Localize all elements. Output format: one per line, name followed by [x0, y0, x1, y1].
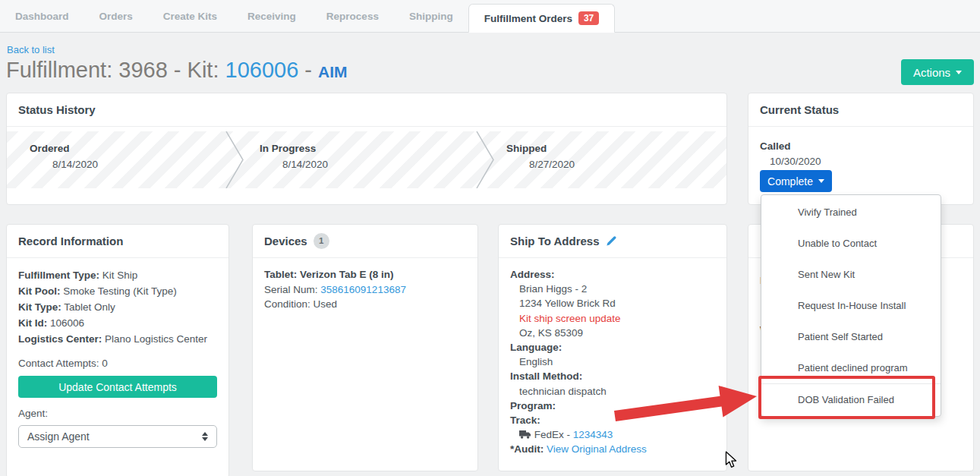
address-line-alert: Kit ship screen update — [510, 311, 715, 326]
menu-item-vivify-trained[interactable]: Vivify Trained — [761, 197, 941, 228]
complete-button-label: Complete — [767, 175, 813, 188]
actions-button-label: Actions — [913, 66, 950, 79]
caret-down-icon — [818, 179, 824, 183]
view-original-address-link[interactable]: View Original Address — [547, 443, 647, 455]
status-step-label: In Progress — [260, 143, 316, 154]
tab-shipping[interactable]: Shipping — [394, 11, 468, 22]
device-condition: Condition: Used — [264, 297, 466, 312]
address-label: Address: — [510, 269, 555, 280]
program-label: Program: — [510, 400, 556, 411]
back-to-list-link[interactable]: Back to list — [7, 44, 55, 55]
tab-dashboard[interactable]: Dashboard — [0, 11, 84, 22]
devices-body: Tablet: Verizon Tab E (8 in) Serial Num:… — [253, 258, 477, 321]
field-value: Plano Logistics Center — [105, 333, 207, 345]
audit-label: *Audit: — [510, 443, 544, 455]
record-information-panel: Record Information Fulfillment Type: Kit… — [6, 224, 229, 476]
record-field: Kit Pool: Smoke Testing (Kit Type) — [18, 283, 217, 299]
status-progress-band: Ordered 8/14/2020 In Progress 8/14/2020 … — [7, 131, 726, 188]
tab-create-kits[interactable]: Create Kits — [148, 11, 232, 22]
devices-header: Devices 1 — [253, 225, 477, 258]
current-status-panel: Current Status Called 10/30/2020 Complet… — [748, 93, 974, 205]
device-name: Tablet: Verizon Tab E (8 in) — [264, 269, 394, 280]
record-field: Kit Id: 106006 — [18, 315, 217, 331]
status-step-ordered: Ordered 8/14/2020 — [30, 143, 98, 170]
menu-item-unable-to-contact[interactable]: Unable to Contact — [761, 228, 941, 259]
caret-down-icon — [956, 71, 962, 74]
devices-panel: Devices 1 Tablet: Verizon Tab E (8 in) S… — [252, 224, 478, 471]
tab-reprocess[interactable]: Reprocess — [311, 11, 394, 22]
contact-attempts-text: Contact Attempts: 0 — [18, 356, 217, 371]
field-value: Tablet Only — [64, 301, 115, 313]
status-step-in-progress: In Progress 8/14/2020 — [260, 143, 328, 170]
language-label: Language: — [510, 342, 562, 353]
address-line: Brian Higgs - 2 — [510, 282, 715, 296]
chevron-separator-icon — [225, 131, 244, 188]
field-label: Kit Pool: — [18, 285, 61, 297]
status-history-header: Status History — [7, 93, 726, 127]
ship-to-title: Ship To Address — [510, 225, 600, 257]
annotation-highlight-box — [758, 376, 935, 419]
field-label: Fulfillment Type: — [18, 270, 99, 281]
field-value: 106006 — [50, 317, 84, 329]
record-information-body: Fulfillment Type: Kit Ship Kit Pool: Smo… — [7, 258, 228, 457]
top-tab-bar: Dashboard Orders Create Kits Receiving R… — [0, 0, 980, 33]
status-history-panel: Status History Ordered 8/14/2020 In Prog… — [6, 93, 727, 205]
devices-count-badge: 1 — [314, 233, 329, 249]
audit-row: *Audit: View Original Address — [510, 442, 715, 456]
language-value: English — [510, 355, 715, 369]
track-label: Track: — [510, 415, 540, 426]
tab-fulfillment-orders[interactable]: Fulfillment Orders 37 — [468, 4, 616, 33]
field-value: Kit Ship — [102, 270, 138, 281]
address-line: Oz, KS 85309 — [510, 326, 715, 340]
install-method-label: Install Method: — [510, 370, 582, 382]
kit-number-link[interactable]: 106006 — [225, 58, 299, 82]
agent-select[interactable]: Assign Agent — [18, 425, 217, 448]
select-updown-icon — [202, 432, 208, 441]
devices-title: Devices — [264, 225, 307, 257]
menu-item-request-in-house-install[interactable]: Request In-House Install — [761, 290, 941, 321]
menu-item-sent-new-kit[interactable]: Sent New Kit — [761, 259, 941, 290]
edit-pencil-icon[interactable] — [606, 236, 616, 247]
fulfillment-orders-count-badge: 37 — [578, 11, 599, 25]
track-row: FedEx - 1234343 — [510, 427, 715, 442]
status-step-label: Ordered — [30, 143, 70, 154]
tab-receiving[interactable]: Receiving — [232, 11, 311, 22]
record-field: Logistics Center: Plano Logistics Center — [18, 331, 217, 347]
field-value: Smoke Testing (Kit Type) — [63, 285, 177, 297]
address-line: 1234 Yellow Brick Rd — [510, 296, 715, 311]
agent-select-value: Assign Agent — [27, 430, 90, 443]
actions-button[interactable]: Actions — [901, 59, 974, 85]
fulfillment-detail-page: Dashboard Orders Create Kits Receiving R… — [0, 0, 980, 476]
status-step-label: Shipped — [506, 143, 547, 154]
page-title-separator: - — [304, 58, 312, 82]
current-status-value: Called — [760, 140, 791, 152]
current-status-title: Current Status — [760, 93, 839, 126]
record-field: Kit Type: Tablet Only — [18, 299, 217, 315]
ship-to-body: Address: Brian Higgs - 2 1234 Yellow Bri… — [499, 258, 726, 466]
track-carrier: FedEx - — [534, 429, 570, 440]
page-title-text: Fulfillment: 3968 - Kit: — [6, 58, 219, 82]
current-status-header: Current Status — [748, 93, 973, 127]
tab-fulfillment-orders-label: Fulfillment Orders — [484, 13, 572, 24]
current-status-date: 10/30/2020 — [770, 156, 821, 167]
update-contact-attempts-button[interactable]: Update Contact Attempts — [18, 376, 217, 398]
serial-number-link[interactable]: 358616091213687 — [320, 284, 406, 295]
status-step-date: 8/14/2020 — [260, 159, 328, 170]
annotation-arrow — [607, 380, 759, 427]
status-history-title: Status History — [18, 93, 96, 126]
chevron-separator-icon — [475, 131, 495, 188]
field-label: Kit Type: — [18, 301, 61, 313]
mouse-cursor — [725, 451, 737, 469]
tracking-number-link[interactable]: 1234343 — [573, 429, 613, 440]
device-serial-row: Serial Num: 358616091213687 — [264, 282, 466, 298]
status-step-date: 8/27/2020 — [506, 159, 575, 170]
complete-dropdown-button[interactable]: Complete — [760, 170, 832, 192]
record-field: Fulfillment Type: Kit Ship — [18, 267, 217, 283]
truck-icon — [519, 430, 531, 439]
ship-to-header: Ship To Address — [499, 225, 726, 258]
org-link[interactable]: AIM — [318, 63, 348, 80]
record-information-header: Record Information — [7, 225, 228, 258]
menu-item-patient-self-started[interactable]: Patient Self Started — [761, 321, 941, 352]
serial-label: Serial Num: — [264, 284, 318, 295]
tab-orders[interactable]: Orders — [84, 11, 148, 22]
